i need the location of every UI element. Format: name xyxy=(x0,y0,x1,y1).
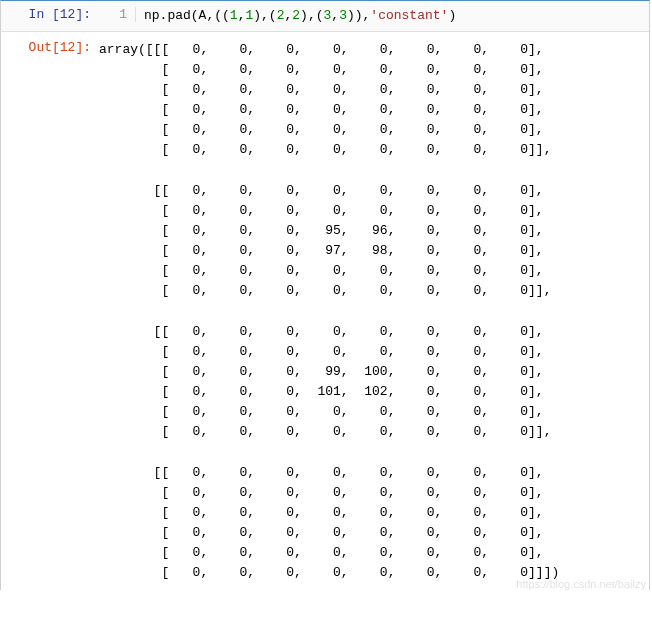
input-cell: In [12]: 1 np.pad(A,((1,1),(2,2),(3,3)),… xyxy=(1,1,649,32)
notebook-cell: In [12]: 1 np.pad(A,((1,1),(2,2),(3,3)),… xyxy=(0,0,650,590)
code-token: ),( xyxy=(253,8,276,23)
code-token: np.pad(A,(( xyxy=(144,8,230,23)
code-token: , xyxy=(331,8,339,23)
code-token: 3 xyxy=(339,8,347,23)
line-gutter: 1 xyxy=(99,7,136,22)
code-token: ),( xyxy=(300,8,323,23)
watermark-text: https://blog.csdn.net/bailzy xyxy=(0,578,646,590)
code-input[interactable]: np.pad(A,((1,1),(2,2),(3,3)),'constant') xyxy=(144,7,649,25)
code-token: 1 xyxy=(230,8,238,23)
output-prompt: Out[12]: xyxy=(1,40,99,55)
code-token: )), xyxy=(347,8,370,23)
code-token: ) xyxy=(448,8,456,23)
output-cell: Out[12]: array([[[ 0, 0, 0, 0, 0, 0, 0, … xyxy=(1,32,649,591)
code-token: 2 xyxy=(292,8,300,23)
output-text: array([[[ 0, 0, 0, 0, 0, 0, 0, 0], [ 0, … xyxy=(99,40,649,584)
input-prompt: In [12]: xyxy=(1,7,99,22)
code-token: 'constant' xyxy=(370,8,448,23)
